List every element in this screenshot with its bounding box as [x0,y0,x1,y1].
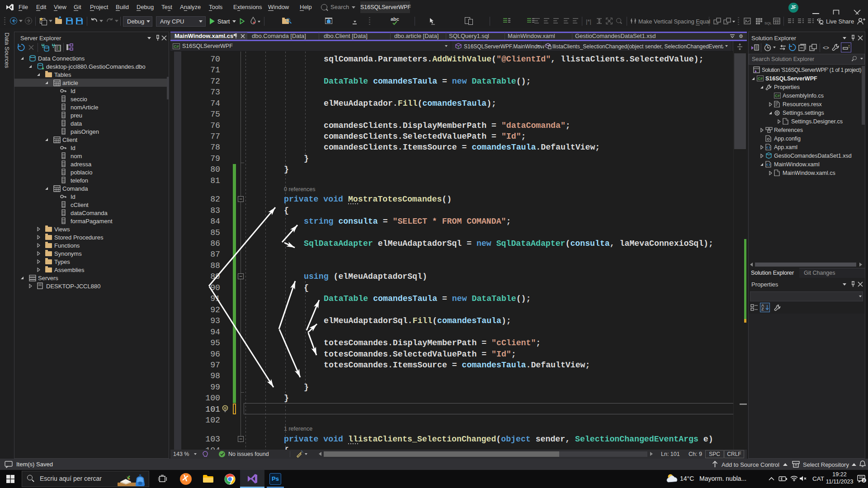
svg-text:2: 2 [863,479,865,483]
